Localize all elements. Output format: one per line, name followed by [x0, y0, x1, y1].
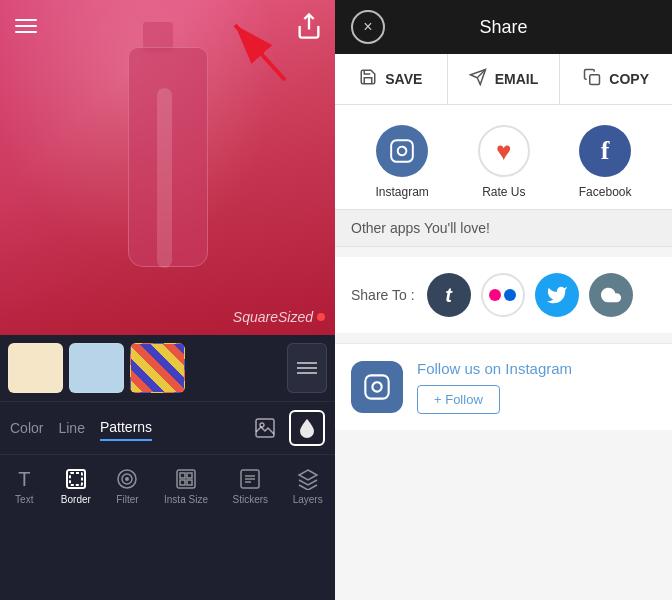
texture-swatch-cream[interactable] [8, 343, 63, 393]
water-tool-button[interactable] [289, 410, 325, 446]
text-icon: T [12, 467, 36, 491]
canvas-area: SquareSized [0, 0, 335, 335]
layers-tool[interactable]: Layers [285, 463, 331, 509]
more-lines-icon [297, 362, 317, 374]
share-title: Share [385, 17, 622, 38]
texture-swatch-blue[interactable] [69, 343, 124, 393]
filter-icon [115, 467, 139, 491]
instagram-share[interactable]: Instagram [375, 125, 428, 199]
svg-rect-22 [391, 140, 413, 162]
facebook-share[interactable]: f Facebook [579, 125, 632, 199]
save-button[interactable]: SAVE [335, 54, 448, 104]
copy-icon [583, 68, 601, 90]
share-to-section: Share To : t [335, 257, 672, 333]
email-button[interactable]: EMAIL [448, 54, 561, 104]
border-icon [64, 467, 88, 491]
texture-swatch-pattern[interactable] [130, 343, 185, 393]
instagram-icon [376, 125, 428, 177]
social-grid: Instagram ♥ Rate Us f Facebook [335, 105, 672, 209]
stickers-tool[interactable]: Stickers [225, 463, 277, 509]
follow-text-area: Follow us on Instagram + Follow [417, 360, 572, 414]
other-apps-bar: Other apps You'll love! [335, 209, 672, 247]
texture-more-button[interactable] [287, 343, 327, 393]
share-icons-row: t [427, 273, 633, 317]
canvas-share-button[interactable] [295, 12, 323, 40]
flickr-share[interactable] [481, 273, 525, 317]
svg-line-1 [235, 25, 285, 80]
svg-rect-24 [365, 375, 388, 398]
action-bar: SAVE EMAIL COPY [335, 54, 672, 105]
follow-title: Follow us on Instagram [417, 360, 572, 377]
watermark: SquareSized [233, 309, 325, 325]
watermark-dot [317, 313, 325, 321]
svg-rect-3 [256, 419, 274, 437]
right-panel: × Share SAVE EMAIL [335, 0, 672, 600]
rateus-share[interactable]: ♥ Rate Us [478, 125, 530, 199]
close-button[interactable]: × [351, 10, 385, 44]
tab-patterns[interactable]: Patterns [100, 415, 152, 441]
filter-label: Filter [116, 494, 138, 505]
svg-rect-12 [187, 473, 192, 478]
svg-rect-6 [70, 473, 82, 485]
rateus-label: Rate Us [482, 185, 525, 199]
bottom-tools: T Text Border [0, 455, 335, 513]
left-panel: SquareSized Color Line Patterns [0, 0, 335, 600]
facebook-label: Facebook [579, 185, 632, 199]
share-header: × Share [335, 0, 672, 54]
follow-button[interactable]: + Follow [417, 385, 500, 414]
layers-label: Layers [293, 494, 323, 505]
tumblr-share[interactable]: t [427, 273, 471, 317]
svg-point-9 [125, 477, 129, 481]
save-icon [359, 68, 377, 90]
svg-rect-11 [180, 473, 185, 478]
tab-color[interactable]: Color [10, 416, 43, 440]
rateus-icon: ♥ [478, 125, 530, 177]
arrow-annotation [225, 15, 305, 95]
cloud-share[interactable] [589, 273, 633, 317]
svg-rect-14 [187, 480, 192, 485]
follow-section: Follow us on Instagram + Follow [335, 343, 672, 430]
follow-instagram-icon [351, 361, 403, 413]
svg-rect-13 [180, 480, 185, 485]
svg-rect-21 [590, 75, 600, 85]
border-tool[interactable]: Border [53, 463, 99, 509]
text-label: Text [15, 494, 33, 505]
email-icon [469, 68, 487, 90]
texture-bar [0, 335, 335, 402]
text-tool[interactable]: T Text [4, 463, 44, 509]
tabs-row: Color Line Patterns [0, 402, 335, 455]
tab-line[interactable]: Line [58, 416, 84, 440]
layers-icon [296, 467, 320, 491]
facebook-icon: f [579, 125, 631, 177]
instasize-icon [174, 467, 198, 491]
toolbar-area: Color Line Patterns [0, 335, 335, 600]
twitter-share[interactable] [535, 273, 579, 317]
share-to-label: Share To : [351, 287, 415, 303]
menu-button[interactable] [15, 15, 37, 37]
instasize-tool[interactable]: Insta Size [156, 463, 216, 509]
instagram-label: Instagram [375, 185, 428, 199]
stickers-icon [238, 467, 262, 491]
filter-tool[interactable]: Filter [107, 463, 147, 509]
border-label: Border [61, 494, 91, 505]
copy-button[interactable]: COPY [560, 54, 672, 104]
stickers-label: Stickers [233, 494, 269, 505]
bottle-image [108, 17, 228, 277]
instasize-label: Insta Size [164, 494, 208, 505]
image-tool-button[interactable] [247, 410, 283, 446]
